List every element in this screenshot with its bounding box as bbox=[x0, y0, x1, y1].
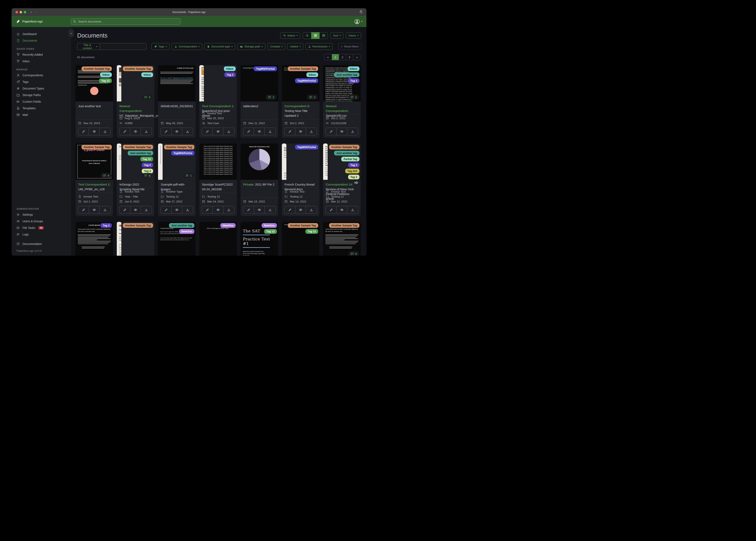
sidebar-item-correspondents[interactable]: Correspondents bbox=[12, 72, 71, 79]
tag-badge[interactable]: Another Sample Tag bbox=[329, 223, 359, 228]
sidebar-item-settings[interactable]: Settings bbox=[12, 211, 71, 218]
download-button[interactable] bbox=[141, 128, 152, 135]
document-thumbnail[interactable]: This is a test for the double space char… bbox=[199, 144, 237, 180]
tag-badge[interactable]: Tag 2 bbox=[224, 72, 236, 77]
tag-badge[interactable]: Tag 3 bbox=[142, 169, 153, 173]
document-thumbnail[interactable]: Review of Arbitral Awards Shows Swift Re… bbox=[323, 144, 328, 180]
document-thumbnail[interactable]: AdobeInDesign Scripting Documentation bbox=[117, 144, 121, 180]
view-button[interactable] bbox=[89, 128, 100, 135]
tag-badge[interactable]: Another Sample Tag bbox=[82, 66, 112, 71]
edit-button[interactable] bbox=[326, 206, 337, 214]
download-button[interactable] bbox=[223, 206, 234, 214]
correspondent-link[interactable]: Newest Correspondent bbox=[326, 105, 348, 113]
pagination-prev[interactable]: « bbox=[324, 54, 332, 60]
filter-storage-path-button[interactable]: Storage path ▾ bbox=[237, 43, 265, 50]
sidebar-item-inbox[interactable]: Inbox bbox=[12, 58, 71, 65]
view-button[interactable] bbox=[295, 128, 306, 135]
view-button[interactable] bbox=[337, 128, 347, 135]
download-button[interactable] bbox=[223, 128, 234, 135]
search-box[interactable] bbox=[71, 18, 181, 25]
view-button[interactable] bbox=[337, 206, 347, 214]
close-window-button[interactable] bbox=[15, 11, 18, 13]
grid-view-button[interactable] bbox=[311, 32, 319, 39]
forward-icon[interactable]: › bbox=[35, 10, 37, 14]
detail-view-button[interactable] bbox=[319, 32, 328, 39]
document-title[interactable]: Correspondent 9: Testing New Title Updat… bbox=[285, 104, 317, 118]
comment-count-badge[interactable]: 6 bbox=[142, 173, 153, 178]
edit-button[interactable] bbox=[119, 206, 130, 214]
document-title[interactable]: Sonstige ScanPC2022 03-24_081058 bbox=[202, 182, 234, 192]
list-view-button[interactable] bbox=[303, 32, 311, 39]
edit-button[interactable] bbox=[202, 128, 213, 135]
document-thumbnail[interactable]: Test Name123-456-7890January 2, 2022 Jul… bbox=[117, 222, 121, 256]
edit-button[interactable] bbox=[161, 128, 171, 135]
edit-button[interactable] bbox=[285, 128, 295, 135]
title-content-dropdown[interactable]: Title & content ▾ bbox=[77, 43, 100, 50]
sidebar-item-documents[interactable]: Documents bbox=[12, 37, 71, 44]
comment-count-badge[interactable]: 1 bbox=[266, 95, 276, 100]
correspondent-link[interactable]: Private bbox=[243, 183, 253, 186]
tag-badge[interactable]: Another Sample Tag bbox=[288, 66, 318, 71]
download-button[interactable] bbox=[347, 206, 358, 214]
sidebar-item-recently-added[interactable]: Recently Added bbox=[12, 51, 71, 58]
tag-badge[interactable]: NewOne bbox=[220, 223, 236, 228]
sidebar-item-logs[interactable]: Logs bbox=[12, 231, 71, 238]
tag-badge[interactable]: TagWithPartial bbox=[295, 145, 318, 150]
comment-count-badge[interactable]: 2 bbox=[142, 95, 153, 100]
filter-correspondent-button[interactable]: Correspondent ▾ bbox=[172, 43, 202, 50]
reset-filters-button[interactable]: × Reset filters bbox=[338, 43, 361, 50]
download-button[interactable] bbox=[306, 206, 317, 214]
tag-badge[interactable]: Tag 222 bbox=[345, 169, 359, 173]
view-button[interactable] bbox=[295, 206, 306, 214]
view-button[interactable] bbox=[213, 206, 223, 214]
view-button[interactable] bbox=[130, 128, 141, 135]
pagination-page-2[interactable]: 2 bbox=[339, 54, 346, 60]
edit-button[interactable] bbox=[326, 128, 337, 135]
tag-badge[interactable]: Just another tag bbox=[169, 223, 194, 228]
edit-button[interactable] bbox=[243, 206, 254, 214]
view-button[interactable] bbox=[89, 206, 100, 214]
sidebar-item-tags[interactable]: Tags bbox=[12, 79, 71, 85]
tag-badge[interactable]: NewOne bbox=[179, 229, 194, 234]
filter-tags-button[interactable]: Tags ▾ bbox=[151, 43, 170, 50]
select-button[interactable]: Select ▾ bbox=[280, 32, 300, 39]
tag-badge[interactable]: Inbox bbox=[306, 72, 318, 77]
tag-badge[interactable]: Just another tag bbox=[334, 72, 359, 77]
sidebar-item-custom-fields[interactable]: Custom Fields bbox=[12, 98, 71, 105]
document-thumbnail[interactable]: MEDICAL TEACHERMedical TeacherHas the ne… bbox=[199, 65, 204, 101]
correspondent-link[interactable]: Correspondent 9 bbox=[285, 105, 309, 108]
view-button[interactable] bbox=[254, 128, 265, 135]
view-button[interactable] bbox=[254, 206, 265, 214]
document-title[interactable]: Just another test bbox=[78, 104, 110, 109]
tag-badge[interactable]: Tag 2 bbox=[348, 163, 359, 168]
document-thumbnail[interactable]: Patient BP Distribution 2011 bbox=[241, 144, 278, 180]
edit-button[interactable] bbox=[78, 206, 89, 214]
tag-badge[interactable]: Inbox bbox=[141, 72, 153, 77]
download-button[interactable] bbox=[100, 128, 110, 135]
document-thumbnail[interactable]: NAPOLEON BONAPARTE bbox=[117, 65, 121, 101]
account-menu[interactable]: ▾ bbox=[354, 19, 362, 24]
tag-badge[interactable]: TagWithPartial bbox=[171, 151, 194, 156]
zoom-window-button[interactable] bbox=[24, 11, 26, 13]
comment-count-badge[interactable]: 1 bbox=[307, 95, 318, 100]
pagination-page-3[interactable]: 3 bbox=[346, 54, 353, 60]
tag-badge[interactable]: Another Sample Tag bbox=[123, 223, 153, 228]
tag-badge[interactable]: TagWithPartial bbox=[254, 66, 277, 71]
download-button[interactable] bbox=[265, 206, 275, 214]
tag-badge[interactable]: Tag 3 bbox=[348, 175, 359, 179]
tag-badge[interactable]: Inbox bbox=[100, 72, 112, 77]
view-button[interactable] bbox=[213, 128, 223, 135]
download-button[interactable] bbox=[306, 128, 317, 135]
view-button[interactable] bbox=[171, 128, 182, 135]
edit-button[interactable] bbox=[78, 128, 89, 135]
comment-count-badge[interactable]: 1 bbox=[348, 95, 359, 100]
document-title[interactable]: Test Correspondent 1: UM_PPBE_en_v29 bbox=[78, 182, 110, 192]
view-button[interactable] bbox=[171, 206, 182, 214]
sidebar-item-mail[interactable]: Mail bbox=[12, 112, 71, 118]
document-title[interactable]: tablerates2 bbox=[243, 104, 275, 109]
document-thumbnail[interactable]: ✻ BANK OF SCOTLAND2,0 % p. a. auf Ihr Ta… bbox=[158, 65, 196, 101]
document-title[interactable]: Private: 2011 BP Pie 2 bbox=[243, 182, 275, 187]
sidebar-item-users-groups[interactable]: Users & Groups bbox=[12, 218, 71, 225]
tag-badge[interactable]: Just another tag bbox=[128, 151, 153, 156]
sidebar-item-templates[interactable]: Templates bbox=[12, 105, 71, 112]
